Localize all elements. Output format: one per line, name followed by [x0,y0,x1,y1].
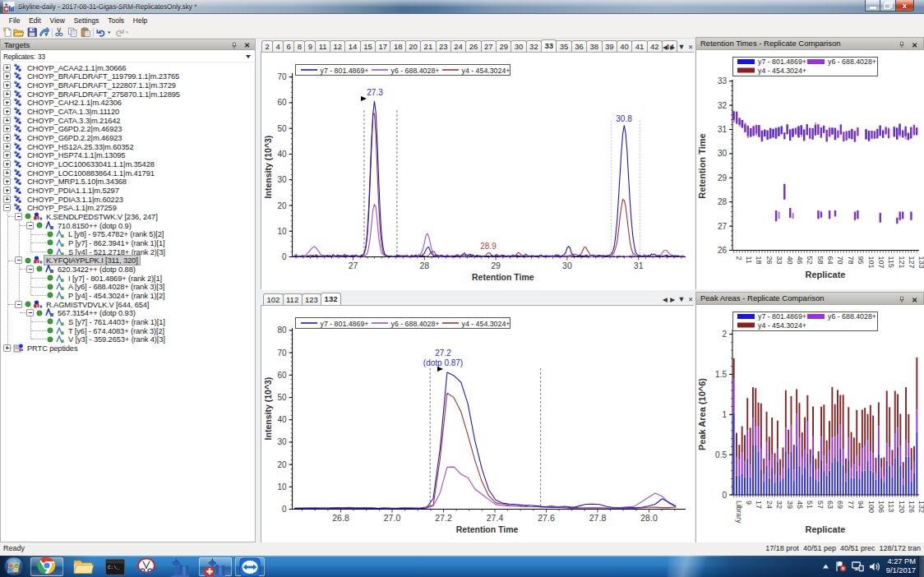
svg-text:0.5: 0.5 [715,450,727,459]
svg-text:39: 39 [786,501,794,509]
svg-text:y6 - 688.4028+: y6 - 688.4028+ [828,58,876,66]
svg-text:y6 - 688.4028+: y6 - 688.4028+ [828,312,876,321]
svg-text:120: 120 [898,501,906,513]
svg-text:11: 11 [745,256,753,264]
svg-text:28.9: 28.9 [480,242,497,251]
svg-text:Retention Time: Retention Time [456,524,519,534]
svg-text:27.8: 27.8 [589,513,607,523]
svg-text:132: 132 [917,501,924,513]
svg-text:52: 52 [806,256,814,265]
svg-text:28.0: 28.0 [640,513,658,523]
svg-text:17: 17 [755,501,763,509]
svg-text:28: 28 [718,197,728,206]
svg-text:1.5: 1.5 [715,370,727,379]
svg-text:30: 30 [562,261,572,270]
svg-text:30: 30 [718,149,728,158]
svg-text:70: 70 [836,256,844,265]
svg-text:27: 27 [349,261,358,270]
svg-text:31: 31 [634,261,644,270]
svg-text:58: 58 [816,256,825,265]
svg-text:40: 40 [786,256,794,265]
svg-text:51: 51 [806,501,814,509]
svg-text:0: 0 [722,491,727,500]
svg-text:Retention Time: Retention Time [472,272,534,282]
svg-text:2: 2 [722,330,727,339]
svg-text:126: 126 [908,501,916,513]
svg-text:107: 107 [877,256,885,269]
svg-text:10: 10 [277,227,287,236]
svg-text:33: 33 [775,256,783,265]
svg-text:60: 60 [277,98,287,107]
svg-text:y7 - 801.4869+: y7 - 801.4869+ [321,67,369,75]
svg-text:27.4: 27.4 [487,513,504,523]
svg-text:33: 33 [718,76,728,85]
svg-text:28: 28 [419,261,429,270]
svg-text:77: 77 [847,501,855,509]
svg-text:Retention Time: Retention Time [697,133,707,198]
svg-text:133: 133 [917,256,924,269]
svg-text:y7 - 801.4869+: y7 - 801.4869+ [758,58,806,66]
svg-text:121: 121 [898,256,906,269]
svg-text:Peak Area (10^6): Peak Area (10^6) [697,378,707,450]
svg-text:50: 50 [277,124,287,133]
svg-text:0: 0 [282,505,287,514]
svg-text:20: 20 [277,460,287,469]
svg-text:9: 9 [745,501,753,505]
svg-text:Library: Library [735,501,743,524]
svg-text:27.2: 27.2 [435,349,451,358]
svg-text:30.8: 30.8 [616,114,632,123]
svg-text:31: 31 [718,125,728,134]
svg-text:0: 0 [282,252,287,261]
svg-text:46: 46 [796,256,804,265]
svg-text:60: 60 [277,371,287,380]
svg-text:100: 100 [867,501,875,513]
svg-text:18: 18 [755,256,763,265]
svg-text:y6 - 688.4028+: y6 - 688.4028+ [391,67,440,75]
svg-text:y7 - 801.4869+: y7 - 801.4869+ [321,320,369,328]
svg-text:40: 40 [277,415,287,424]
svg-text:80: 80 [277,325,287,335]
svg-text:27.2: 27.2 [435,513,452,523]
svg-text:50: 50 [277,393,287,402]
svg-text:2: 2 [735,256,743,261]
svg-text:Replicate: Replicate [806,524,846,534]
svg-text:29: 29 [491,261,501,270]
svg-text:10: 10 [277,482,287,492]
svg-text:106: 106 [877,501,885,513]
svg-text:29: 29 [718,173,728,182]
svg-text:24: 24 [765,501,774,509]
svg-text:32: 32 [775,501,783,509]
svg-text:70: 70 [277,72,287,81]
svg-text:C:\_: C:\_ [108,565,120,570]
svg-text:45: 45 [796,501,804,509]
svg-text:32: 32 [718,101,728,110]
svg-text:30: 30 [277,437,287,446]
svg-text:y6 - 688.4028+: y6 - 688.4028+ [391,320,440,328]
svg-text:27.3: 27.3 [367,88,383,97]
svg-text:26: 26 [718,246,728,255]
svg-text:(dotp 0.87): (dotp 0.87) [423,358,463,367]
svg-text:27: 27 [718,222,728,231]
svg-text:64: 64 [826,256,834,265]
svg-text:y4 - 454.3024+: y4 - 454.3024+ [462,67,511,75]
svg-text:y4 - 454.3024+: y4 - 454.3024+ [758,67,806,75]
svg-text:94: 94 [857,501,865,509]
svg-text:30: 30 [277,175,287,184]
svg-text:Intensity (10^3): Intensity (10^3) [263,136,273,199]
svg-text:26: 26 [765,256,774,265]
svg-text:115: 115 [887,256,895,268]
svg-text:95: 95 [857,256,865,265]
svg-text:127: 127 [908,256,916,269]
svg-text:1: 1 [722,410,727,419]
svg-text:113: 113 [887,501,895,512]
svg-text:63: 63 [826,501,834,509]
svg-text:26.8: 26.8 [332,513,349,523]
svg-text:Intensity (10^3): Intensity (10^3) [263,377,273,441]
svg-text:69: 69 [836,501,844,509]
svg-text:70: 70 [277,349,287,358]
svg-text:y4 - 454.3024+: y4 - 454.3024+ [462,320,511,328]
svg-text:y7 - 801.4869+: y7 - 801.4869+ [758,312,806,321]
svg-text:27.6: 27.6 [538,513,555,523]
svg-text:57: 57 [816,501,825,509]
svg-text:78: 78 [847,256,855,265]
